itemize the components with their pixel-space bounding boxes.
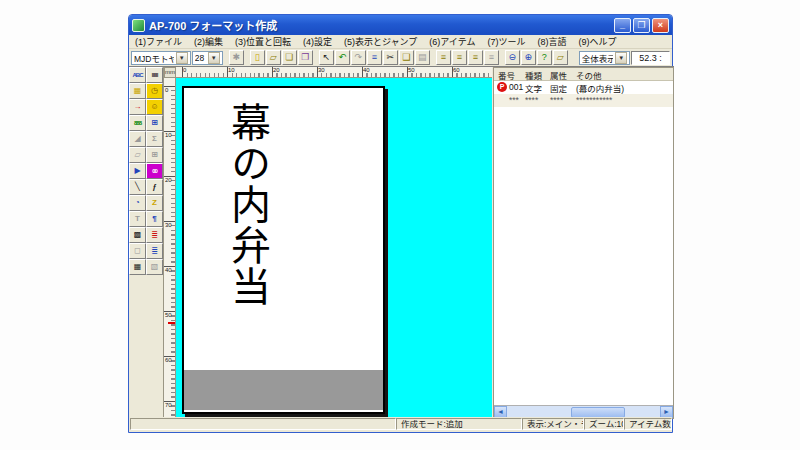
frame-tool-icon[interactable]: ◻ <box>129 243 146 259</box>
menu-settings[interactable]: (4)設定 <box>297 35 338 48</box>
numbered-list-tool-icon[interactable]: ≣ <box>146 227 163 243</box>
polygon-tool-icon[interactable]: Z <box>146 195 163 211</box>
barcode-tool-icon[interactable]: ‖‖‖ <box>146 67 163 83</box>
function-tool-icon[interactable]: ƒ <box>146 179 163 195</box>
status-mode: 作成モード:追加 <box>396 418 522 430</box>
align-center-button[interactable]: ≡ <box>452 50 467 65</box>
letter-tool-icon[interactable]: T <box>129 211 146 227</box>
table-tool-icon[interactable]: ▦ <box>129 83 146 99</box>
table-row[interactable]: *** **** **** *********** <box>494 94 673 107</box>
menu-position-rotate[interactable]: (3)位置と回転 <box>229 35 297 48</box>
ruler-number: 30 <box>318 67 325 73</box>
view-mode-select[interactable]: 全体表示 ▼ <box>579 51 630 65</box>
header-other: その他 <box>576 69 602 81</box>
maximize-button[interactable]: ❐ <box>633 18 650 33</box>
help-button[interactable]: ? <box>537 50 552 65</box>
desktop: AP-700 フォーマット作成 _ ❐ × (1)ファイル (2)編集 (3)位… <box>0 0 800 450</box>
zoom-out-button[interactable]: ⊖ <box>505 50 520 65</box>
undo-button[interactable]: ↶ <box>335 50 350 65</box>
toolbar: MJDモトヤEX明朝 ▼ 28 ▼ ✱ ▯ ▱ ❏ ❐ ↖ ↶ ↷ ≡ ✂ ❑ … <box>129 49 672 66</box>
qr-code-tool-icon[interactable]: ▩ <box>129 227 146 243</box>
pie-chart-tool-icon[interactable]: ◔ <box>129 195 146 211</box>
menu-tools[interactable]: (7)ツール <box>481 35 531 48</box>
select-tool-button[interactable]: ↖ <box>319 50 334 65</box>
tool-palette: ABC ‖‖‖ ▦ ◷ → ☺ 888 ⊞ ◢ Σ ▱ ⊞ ▶ 00 ╲ ƒ ◔… <box>129 67 164 419</box>
view-mode-value: 全体表示 <box>582 52 613 64</box>
smiley-tool-icon[interactable]: ☺ <box>146 99 163 115</box>
menu-view-jump[interactable]: (5)表示とジャンプ <box>338 35 423 48</box>
ruler-unit-label: mm <box>164 67 176 78</box>
datamatrix-tool-icon[interactable]: ▦ <box>129 259 146 275</box>
menu-edit[interactable]: (2)編集 <box>188 35 229 48</box>
design-canvas[interactable]: 幕の内弁当 <box>176 78 492 419</box>
item-list-panel: 番号 種類 属性 その他 P 001 文字 固定 (幕の内弁当) *** ***… <box>493 67 674 419</box>
cell-attr: 固定 <box>550 82 567 94</box>
redo-button[interactable]: ↷ <box>351 50 366 65</box>
text-block-tool-icon[interactable]: ¶ <box>146 211 163 227</box>
copy-button[interactable]: ❑ <box>399 50 414 65</box>
browse-button[interactable]: ▱ <box>553 50 568 65</box>
label-page[interactable]: 幕の内弁当 <box>182 86 385 414</box>
status-item-count: アイテム数: 1 <box>624 418 672 430</box>
text-tool-icon[interactable]: ABC <box>129 67 146 83</box>
ruler-cursor-marker <box>168 322 175 324</box>
shape-tool-icon[interactable]: ▧ <box>146 259 163 275</box>
cell-number: *** <box>509 95 519 105</box>
align-right-button[interactable]: ≡ <box>468 50 483 65</box>
table-row[interactable]: P 001 文字 固定 (幕の内弁当) <box>494 81 673 94</box>
counter-tool-icon[interactable]: 888 <box>129 115 146 131</box>
font-size-select[interactable]: 28 ▼ <box>192 51 223 65</box>
order-list-tool-icon[interactable]: ≣ <box>146 243 163 259</box>
menu-item[interactable]: (6)アイテム <box>423 35 481 48</box>
cut-button[interactable]: ✂ <box>383 50 398 65</box>
save-button[interactable]: ❏ <box>282 50 297 65</box>
item-list-button[interactable]: ≡ <box>367 50 382 65</box>
grid-tool-icon[interactable]: ⊞ <box>146 147 163 163</box>
header-type: 種類 <box>525 69 542 81</box>
double-zero-tool-icon[interactable]: 00 <box>146 163 163 179</box>
cell-other: *********** <box>576 95 612 105</box>
new-file-button[interactable]: ▯ <box>250 50 265 65</box>
label-band[interactable] <box>184 370 383 410</box>
calculator-tool-icon[interactable]: ⊞ <box>146 115 163 131</box>
open-file-button[interactable]: ▱ <box>266 50 281 65</box>
close-button[interactable]: × <box>652 18 669 33</box>
status-empty <box>130 418 396 430</box>
menu-language[interactable]: (8)言語 <box>531 35 572 48</box>
coordinate-display: 52.3 : 51.3 <box>631 51 670 65</box>
insert-arrow-tool-icon[interactable]: ▶ <box>129 163 146 179</box>
line-tool-icon[interactable]: ╲ <box>129 179 146 195</box>
cell-number: 001 <box>509 82 523 92</box>
triangle-tool-icon[interactable]: ◢ <box>129 131 146 147</box>
header-attr: 属性 <box>550 69 567 81</box>
ruler-number: 0 <box>183 67 186 73</box>
chevron-down-icon[interactable]: ▼ <box>208 52 220 64</box>
text-attribute-button[interactable]: ✱ <box>229 50 244 65</box>
menu-help[interactable]: (9)ヘルプ <box>572 35 622 48</box>
vertical-ruler: 0 10 20 30 40 50 60 70 <box>164 78 176 419</box>
font-select-value: MJDモトヤEX明朝 <box>134 52 174 64</box>
ruler-number: 30 <box>165 222 172 228</box>
chevron-down-icon[interactable]: ▼ <box>615 52 627 64</box>
clock-tool-icon[interactable]: ◷ <box>146 83 163 99</box>
paste-button[interactable]: ▤ <box>415 50 430 65</box>
ruler-number: 60 <box>165 357 172 363</box>
label-text-item[interactable]: 幕の内弁当 <box>228 102 268 402</box>
align-justify-button[interactable]: ≡ <box>484 50 499 65</box>
zoom-in-button[interactable]: ⊕ <box>521 50 536 65</box>
chevron-down-icon[interactable]: ▼ <box>176 52 188 64</box>
minimize-button[interactable]: _ <box>614 18 631 33</box>
menu-file[interactable]: (1)ファイル <box>129 35 188 48</box>
status-view: 表示:メイン・ラベル <box>522 418 584 430</box>
font-select[interactable]: MJDモトヤEX明朝 ▼ <box>131 51 191 65</box>
main-area: ABC ‖‖‖ ▦ ◷ → ☺ 888 ⊞ ◢ Σ ▱ ⊞ ▶ 00 ╲ ƒ ◔… <box>129 66 674 418</box>
url-arrow-tool-icon[interactable]: → <box>129 99 146 115</box>
menu-bar: (1)ファイル (2)編集 (3)位置と回転 (4)設定 (5)表示とジャンプ … <box>129 35 672 49</box>
scrollbar-thumb[interactable] <box>571 407 625 418</box>
import-button[interactable]: ❐ <box>298 50 313 65</box>
align-left-button[interactable]: ≡ <box>436 50 451 65</box>
sigma-tool-icon[interactable]: Σ <box>146 131 163 147</box>
layers-tool-icon[interactable]: ▱ <box>129 147 146 163</box>
title-bar[interactable]: AP-700 フォーマット作成 _ ❐ × <box>129 15 672 35</box>
status-zoom: ズーム:105% <box>584 418 624 430</box>
